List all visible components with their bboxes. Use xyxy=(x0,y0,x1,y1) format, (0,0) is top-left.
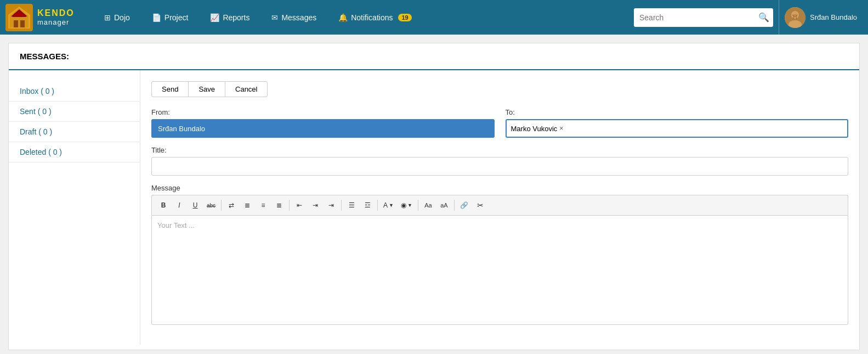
bold-button[interactable]: B xyxy=(156,198,171,212)
action-buttons: Send Save Cancel xyxy=(151,81,848,97)
search-area: 🔍 xyxy=(634,8,773,27)
svg-rect-3 xyxy=(14,20,18,27)
send-button[interactable]: Send xyxy=(151,81,189,97)
user-area: ⛩ Srđan Bundalo xyxy=(779,0,863,35)
save-button[interactable]: Save xyxy=(188,81,225,97)
search-input[interactable] xyxy=(634,8,754,27)
editor-toolbar: B I U abc ⇄ ≣ ≡ ≣ ⇤ ⇥ ⇥ ☰ ☲ xyxy=(151,195,848,215)
page-title: MESSAGES: xyxy=(9,43,859,70)
nav-project[interactable]: 📄 Project xyxy=(141,0,200,35)
logo: KENDO manager xyxy=(5,4,93,31)
to-tag-remove[interactable]: × xyxy=(559,125,563,132)
messages-icon: ✉ xyxy=(271,13,278,22)
toolbar-sep-3 xyxy=(341,200,342,211)
title-input[interactable] xyxy=(151,157,848,176)
message-label: Message xyxy=(151,184,848,192)
underline-button[interactable]: U xyxy=(188,198,202,212)
align-center-button[interactable]: ≣ xyxy=(240,198,254,212)
editor-body[interactable]: Your Text ... xyxy=(151,215,848,325)
toolbar-sep-5 xyxy=(418,200,418,211)
sidebar-item-sent[interactable]: Sent ( 0 ) xyxy=(9,102,140,122)
main-layout: Inbox ( 0 ) Sent ( 0 ) Draft ( 0 ) Delet… xyxy=(9,70,859,345)
title-label: Title: xyxy=(151,146,848,154)
strikethrough-button[interactable]: abc xyxy=(204,198,218,212)
justify-button[interactable]: ≣ xyxy=(272,198,286,212)
to-tag: Marko Vukovic × xyxy=(511,125,564,133)
title-group: Title: xyxy=(151,146,848,176)
indent-right-button[interactable]: ⇥ xyxy=(324,198,338,212)
font-size-down-button[interactable]: aA xyxy=(437,198,451,212)
font-color-dropdown-icon: ▼ xyxy=(407,203,412,208)
nav-dojo[interactable]: ⊞ Dojo xyxy=(93,0,141,35)
italic-button[interactable]: I xyxy=(172,198,186,212)
svg-text:⛩: ⛩ xyxy=(792,14,798,20)
to-group: To: Marko Vukovic × xyxy=(506,108,849,138)
to-label: To: xyxy=(506,108,849,116)
remove-link-button[interactable]: ✂ xyxy=(473,198,487,212)
font-family-dropdown[interactable]: A ▼ xyxy=(381,198,396,212)
from-to-row: From: Srđan Bundalo To: Marko Vukovic × xyxy=(151,108,848,138)
toolbar-sep-1 xyxy=(221,200,222,211)
font-color-dropdown[interactable]: ◉ ▼ xyxy=(398,198,415,212)
toolbar-sep-2 xyxy=(289,200,290,211)
nav-messages[interactable]: ✉ Messages xyxy=(260,0,327,35)
list-ordered-button[interactable]: ☰ xyxy=(344,198,359,212)
compose-area: Send Save Cancel From: Srđan Bundalo To:… xyxy=(140,70,859,345)
avatar-image: ⛩ xyxy=(785,7,805,28)
sidebar: Inbox ( 0 ) Sent ( 0 ) Draft ( 0 ) Delet… xyxy=(9,70,140,345)
list-unordered-button[interactable]: ☲ xyxy=(360,198,375,212)
user-name: Srđan Bundalo xyxy=(810,13,857,21)
insert-link-button[interactable]: 🔗 xyxy=(457,198,472,212)
notifications-icon: 🔔 xyxy=(338,13,348,22)
from-label: From: xyxy=(151,108,495,116)
search-button[interactable]: 🔍 xyxy=(754,8,773,27)
outdent-button[interactable]: ⇤ xyxy=(292,198,307,212)
sidebar-item-draft[interactable]: Draft ( 0 ) xyxy=(9,122,140,142)
from-field: Srđan Bundalo xyxy=(151,119,495,138)
sidebar-item-deleted[interactable]: Deleted ( 0 ) xyxy=(9,142,140,162)
svg-rect-4 xyxy=(20,20,25,27)
avatar: ⛩ xyxy=(785,7,805,28)
message-group: Message B I U abc ⇄ ≣ ≡ ≣ ⇤ ⇥ ⇥ xyxy=(151,184,848,325)
to-recipient-name: Marko Vukovic xyxy=(511,125,558,133)
logo-text: KENDO manager xyxy=(37,8,75,26)
toolbar-sep-4 xyxy=(377,200,378,211)
sidebar-item-inbox[interactable]: Inbox ( 0 ) xyxy=(9,81,140,102)
header: KENDO manager ⊞ Dojo 📄 Project 📈 Reports… xyxy=(0,0,868,35)
font-label: A xyxy=(383,201,388,209)
to-field[interactable]: Marko Vukovic × xyxy=(506,119,849,138)
nav-notifications[interactable]: 🔔 Notifications 19 xyxy=(327,0,423,35)
main-nav: ⊞ Dojo 📄 Project 📈 Reports ✉ Messages 🔔 … xyxy=(93,0,634,35)
nav-reports[interactable]: 📈 Reports xyxy=(199,0,260,35)
align-right-button[interactable]: ≡ xyxy=(256,198,270,212)
reports-icon: 📈 xyxy=(210,13,219,22)
from-group: From: Srđan Bundalo xyxy=(151,108,495,138)
align-left-button[interactable]: ⇄ xyxy=(224,198,239,212)
font-dropdown-icon: ▼ xyxy=(389,203,394,208)
font-size-up-button[interactable]: Aa xyxy=(421,198,435,212)
indent-left-button[interactable]: ⇥ xyxy=(308,198,322,212)
project-icon: 📄 xyxy=(152,13,161,22)
toolbar-sep-6 xyxy=(454,200,455,211)
logo-icon xyxy=(5,4,33,31)
content-wrapper: MESSAGES: Inbox ( 0 ) Sent ( 0 ) Draft (… xyxy=(8,43,860,350)
font-color-icon: ◉ xyxy=(401,201,406,209)
notifications-badge: 19 xyxy=(398,14,411,21)
editor-placeholder: Your Text ... xyxy=(157,221,195,229)
cancel-button[interactable]: Cancel xyxy=(225,81,268,97)
dojo-icon: ⊞ xyxy=(104,13,111,22)
